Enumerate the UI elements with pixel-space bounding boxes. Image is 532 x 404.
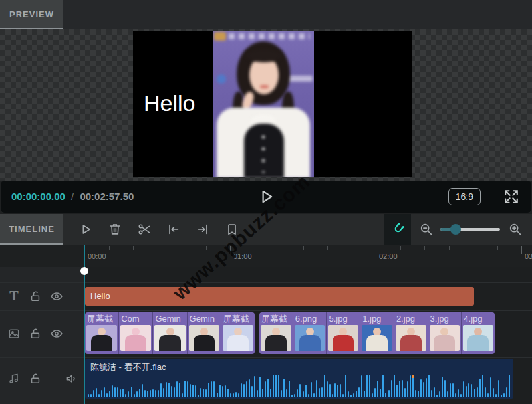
ruler-label: 02:00: [379, 252, 398, 260]
video-clip-thumbnail: [463, 325, 493, 351]
audio-waveform: [88, 374, 511, 397]
video-clip-group[interactable]: 屏幕截6.png5.jpg1.jpg2.jpg3.jpg4.jpg: [259, 312, 495, 354]
play-icon: [256, 187, 276, 207]
jump-to-start-button[interactable]: [166, 222, 181, 237]
video-clip-label: Com: [119, 312, 152, 325]
timeline-zoom-slider[interactable]: [440, 228, 500, 231]
video-clip-thumbnail: [223, 325, 253, 351]
fullscreen-icon: [502, 187, 521, 206]
audio-clip-label: 陈毓洁 - 看不开.flac: [90, 361, 166, 373]
bookmark-icon: [225, 222, 239, 237]
magnet-icon: [390, 221, 406, 237]
audio-clip[interactable]: 陈毓洁 - 看不开.flac: [85, 359, 513, 399]
timeline-ruler[interactable]: 00:0001:0002:0003:00: [0, 245, 532, 267]
bookmark-button[interactable]: [225, 222, 239, 237]
video-clip-label: 6.png: [293, 312, 327, 325]
video-clip[interactable]: 5.jpg: [327, 312, 360, 354]
video-clip[interactable]: 1.jpg: [360, 312, 394, 354]
timecode-display: 00:00:00.00 / 00:02:57.50: [11, 181, 134, 213]
preview-canvas: Hello: [0, 29, 532, 181]
video-clip-thumbnail: [328, 325, 358, 351]
video-clip[interactable]: Gemin: [188, 312, 221, 354]
video-clip[interactable]: Com: [119, 312, 153, 354]
video-clip[interactable]: 屏幕截: [221, 312, 255, 354]
video-clip[interactable]: 屏幕截: [85, 312, 119, 354]
video-clip-thumbnail: [86, 325, 117, 351]
snap-toggle[interactable]: [384, 214, 411, 245]
preview-play-button[interactable]: [256, 187, 276, 207]
play-icon: [78, 222, 93, 237]
preview-image-clip[interactable]: [213, 31, 314, 177]
video-clip-thumbnail: [362, 325, 392, 351]
aspect-ratio-button[interactable]: 16:9: [448, 188, 481, 205]
video-clip-label: 1.jpg: [360, 312, 394, 325]
text-track-lock-icon[interactable]: [29, 290, 42, 303]
timeline-play-button[interactable]: [78, 222, 93, 237]
video-clip-label: 5.jpg: [327, 312, 360, 325]
timeline-tracks: T Hello: [0, 267, 532, 404]
video-clip-label: Gemin: [153, 312, 186, 325]
trash-icon: [108, 222, 122, 237]
video-clip-label: 2.jpg: [394, 312, 428, 325]
preview-control-bar: 00:00:00.00 / 00:02:57.50 16:9: [1, 181, 531, 213]
tab-timeline[interactable]: TIMELINE: [0, 214, 63, 245]
video-clip-thumbnail: [189, 325, 219, 351]
skip-end-icon: [196, 222, 210, 237]
text-track-visibility-icon[interactable]: [50, 290, 63, 303]
video-clip-label: 屏幕截: [221, 312, 255, 325]
audio-track-lock-icon[interactable]: [29, 372, 42, 385]
delete-clip-button[interactable]: [108, 222, 122, 237]
preview-tabbar: PREVIEW: [0, 0, 532, 29]
video-clip-thumbnail: [120, 325, 151, 351]
image-track-visibility-icon[interactable]: [50, 327, 63, 340]
video-clip-thumbnail: [261, 325, 291, 351]
timecode-separator: /: [71, 191, 74, 202]
video-clip-thumbnail: [154, 325, 185, 351]
video-clip-label: 4.jpg: [462, 312, 495, 325]
timeline-toolbar: TIMELINE: [0, 214, 532, 245]
playhead-knob[interactable]: [80, 267, 88, 275]
tab-preview[interactable]: PREVIEW: [0, 0, 63, 29]
video-clip-label: 3.jpg: [428, 312, 462, 325]
zoom-in-button[interactable]: [508, 222, 523, 237]
video-clip-thumbnail: [396, 325, 426, 351]
zoom-out-button[interactable]: [419, 222, 434, 237]
text-clip-hello[interactable]: Hello: [85, 287, 474, 306]
audio-track-icon: [7, 372, 21, 385]
video-clip[interactable]: 屏幕截: [259, 312, 293, 354]
zoom-in-icon: [508, 222, 523, 237]
video-clip[interactable]: Gemin: [153, 312, 187, 354]
video-clip[interactable]: 6.png: [293, 312, 327, 354]
cut-button[interactable]: [137, 222, 152, 237]
video-clip[interactable]: 4.jpg: [462, 312, 495, 354]
video-editor-app: PREVIEW Hello 00:00:00.00 / 00:02:57.50: [0, 0, 532, 404]
audio-track-volume-icon[interactable]: [65, 372, 78, 385]
text-track-icon: T: [7, 290, 21, 303]
image-track-lock-icon[interactable]: [29, 327, 42, 340]
playhead[interactable]: [84, 245, 85, 404]
image-track-icon: [7, 327, 21, 340]
ruler-label: 00:00: [88, 252, 106, 260]
video-clip-group[interactable]: 屏幕截ComGeminGemin屏幕截: [85, 312, 255, 354]
timecode-total: 00:02:57.50: [80, 191, 134, 202]
video-frame: Hello: [133, 31, 412, 177]
ruler-label: 03:00: [525, 252, 532, 260]
video-clip-thumbnail: [430, 325, 460, 351]
video-clip-label: Gemin: [188, 312, 221, 325]
timecode-current: 00:00:00.00: [11, 191, 65, 202]
video-clip-thumbnail: [295, 325, 325, 351]
ruler-label: 01:00: [233, 252, 252, 260]
fullscreen-button[interactable]: [502, 187, 521, 206]
video-clip-label: 屏幕截: [85, 312, 118, 325]
jump-to-end-button[interactable]: [196, 222, 210, 237]
preview-text-overlay[interactable]: Hello: [144, 90, 195, 116]
zoom-slider-thumb[interactable]: [450, 224, 461, 235]
scissors-icon: [137, 222, 152, 237]
video-clip[interactable]: 2.jpg: [394, 312, 428, 354]
video-clip-label: 屏幕截: [259, 312, 293, 325]
video-clip[interactable]: 3.jpg: [428, 312, 462, 354]
skip-start-icon: [166, 222, 181, 237]
zoom-out-icon: [419, 222, 434, 237]
